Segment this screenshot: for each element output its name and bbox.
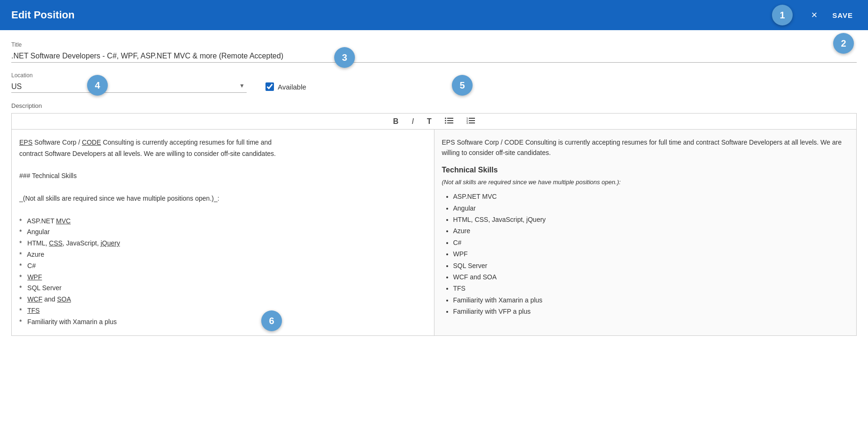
- svg-text:3.: 3.: [466, 122, 469, 124]
- bold-button[interactable]: B: [390, 117, 402, 126]
- list-item: TFS: [453, 283, 849, 293]
- list-item: WCF and SOA: [453, 272, 849, 282]
- svg-point-3: [445, 118, 446, 119]
- preview-heading: Technical Skills: [442, 164, 849, 176]
- list-item: C#: [453, 237, 849, 248]
- location-select[interactable]: US UK Canada Remote: [11, 81, 247, 93]
- location-label: Location: [11, 72, 247, 79]
- editor-area: EPS Software Corp / CODE Consulting is c…: [11, 129, 857, 336]
- svg-point-5: [445, 122, 446, 124]
- step-bubble-6: 6: [261, 310, 282, 331]
- svg-rect-1: [447, 120, 453, 121]
- list-item: ASP.NET MVC: [453, 191, 849, 202]
- available-label[interactable]: Available: [278, 83, 306, 91]
- available-row: Available: [265, 82, 306, 93]
- svg-rect-0: [447, 118, 453, 119]
- available-checkbox[interactable]: [265, 82, 274, 91]
- main-content: 3 Title 4 5 Location US UK Canada Remote: [0, 30, 868, 448]
- location-row: Location US UK Canada Remote ▼ Available: [11, 72, 857, 93]
- preview-subheading: (Not all skills are required since we ha…: [442, 178, 849, 187]
- text-button[interactable]: T: [424, 117, 434, 126]
- description-label: Description: [11, 102, 857, 109]
- list-item: Angular: [453, 203, 849, 213]
- list-item: SQL Server: [453, 261, 849, 271]
- preview-intro: EPS Software Corp / CODE Consulting is c…: [442, 137, 849, 158]
- italic-button[interactable]: I: [409, 117, 417, 126]
- step-bubble-5: 5: [452, 75, 473, 96]
- preview-skills-list: ASP.NET MVC Angular HTML, CSS, JavaScrip…: [442, 191, 849, 317]
- ordered-list-button[interactable]: 1. 2. 3.: [464, 116, 478, 126]
- svg-rect-8: [469, 122, 475, 123]
- list-item: Familiarity with VFP a plus: [453, 306, 849, 317]
- location-field: Location US UK Canada Remote ▼: [11, 72, 247, 93]
- raw-editor[interactable]: EPS Software Corp / CODE Consulting is c…: [12, 130, 434, 335]
- editor-toolbar: B I T: [11, 113, 857, 129]
- step-bubble-2: 2: [833, 33, 854, 54]
- svg-rect-6: [469, 118, 475, 119]
- page-title: Edit Position: [11, 9, 74, 21]
- header-actions: 1 × SAVE: [807, 8, 857, 22]
- title-field-group: Title: [11, 41, 857, 63]
- description-section: Description B I T: [11, 102, 857, 336]
- list-item: HTML, CSS, JavaScript, jQuery: [453, 214, 849, 225]
- preview-panel: EPS Software Corp / CODE Consulting is c…: [434, 130, 857, 335]
- svg-rect-2: [447, 122, 453, 123]
- step-bubble-1: 1: [772, 5, 793, 25]
- svg-rect-7: [469, 120, 475, 121]
- unordered-list-button[interactable]: [442, 116, 456, 126]
- step-bubble-3: 3: [334, 47, 355, 68]
- step-bubble-4: 4: [87, 75, 108, 96]
- list-item: WPF: [453, 249, 849, 259]
- header: Edit Position 1 × SAVE 2: [0, 0, 868, 30]
- title-input[interactable]: [11, 50, 857, 63]
- list-item: Azure: [453, 226, 849, 236]
- save-button[interactable]: SAVE: [828, 9, 857, 21]
- list-item: Familiarity with Xamarin a plus: [453, 295, 849, 305]
- raw-text: EPS Software Corp / CODE Consulting is c…: [19, 137, 426, 328]
- close-button[interactable]: ×: [807, 8, 821, 22]
- svg-point-4: [445, 120, 446, 122]
- title-label: Title: [11, 41, 857, 48]
